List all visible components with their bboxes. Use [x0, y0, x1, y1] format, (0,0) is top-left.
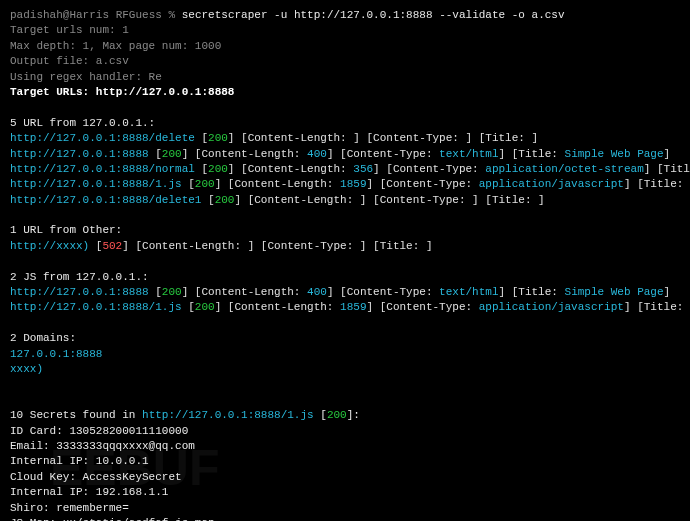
section-domains: 2 Domains:: [10, 331, 680, 346]
secret-entry: JS Map: xx/static/asdfaf.js.map: [10, 516, 680, 521]
hdr-target-urls: Target URLs: http://127.0.0.1:8888: [10, 85, 680, 100]
secret-entry: Shiro: rememberme=: [10, 501, 680, 516]
secret-entry: ID Card: 130528200011110000: [10, 424, 680, 439]
url-entry: http://127.0.0.1:8888 [200] [Content-Len…: [10, 285, 680, 300]
url-entry: http://127.0.0.1:8888/delete1 [200] [Con…: [10, 193, 680, 208]
section-secrets: 10 Secrets found in http://127.0.0.1:888…: [10, 408, 680, 423]
url-entry: http://127.0.0.1:8888 [200] [Content-Len…: [10, 147, 680, 162]
prompt-userhost: padishah@Harris: [10, 9, 109, 21]
url-entry: http://xxxx) [502] [Content-Length: ] [C…: [10, 239, 680, 254]
secret-entry: Internal IP: 192.168.1.1: [10, 485, 680, 500]
url-entry: http://127.0.0.1:8888/delete [200] [Cont…: [10, 131, 680, 146]
url-entry: http://127.0.0.1:8888/1.js [200] [Conten…: [10, 177, 680, 192]
hdr-output-file: Output file: a.csv: [10, 54, 680, 69]
domain-entry: xxxx): [10, 362, 680, 377]
section-url-from-local: 5 URL from 127.0.0.1.:: [10, 116, 680, 131]
hdr-regex: Using regex handler: Re: [10, 70, 680, 85]
url-entry: http://127.0.0.1:8888/normal [200] [Cont…: [10, 162, 680, 177]
secret-entry: Cloud Key: AccessKeySecret: [10, 470, 680, 485]
prompt-dir: RFGuess: [116, 9, 162, 21]
secret-entry: Internal IP: 10.0.0.1: [10, 454, 680, 469]
section-js-from-local: 2 JS from 127.0.0.1.:: [10, 270, 680, 285]
section-url-from-other: 1 URL from Other:: [10, 223, 680, 238]
terminal-output: padishah@Harris RFGuess % secretscraper …: [10, 8, 680, 521]
command-text: secretscraper -u http://127.0.0.1:8888 -…: [182, 9, 565, 21]
prompt-line: padishah@Harris RFGuess % secretscraper …: [10, 8, 680, 23]
url-entry: http://127.0.0.1:8888/1.js [200] [Conten…: [10, 300, 680, 315]
hdr-target-urls-num: Target urls num: 1: [10, 23, 680, 38]
secret-entry: Email: 3333333qqqxxxx@qq.com: [10, 439, 680, 454]
domain-entry: 127.0.0.1:8888: [10, 347, 680, 362]
hdr-depth: Max depth: 1, Max page num: 1000: [10, 39, 680, 54]
